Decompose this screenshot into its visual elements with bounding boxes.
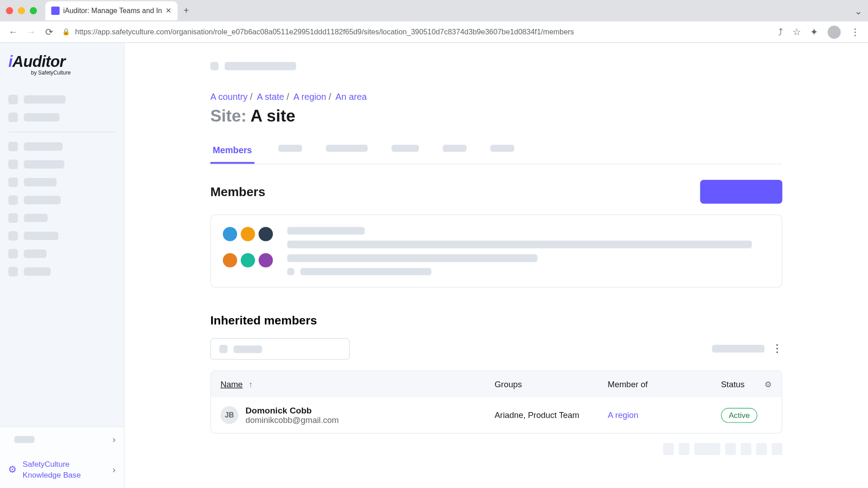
more-menu-icon[interactable]: ⋮ (772, 342, 783, 355)
col-status-header[interactable]: Status⚙ (721, 380, 772, 389)
member-of-link[interactable]: A region (608, 410, 638, 420)
tabs-menu-icon[interactable]: ⌄ (854, 5, 862, 16)
sidebar-item[interactable] (8, 213, 115, 223)
close-window-icon[interactable] (6, 7, 13, 14)
back-button[interactable]: ← (8, 27, 18, 38)
logo-subtitle: by SafetyCulture (31, 70, 116, 75)
members-heading: Members (210, 185, 265, 199)
avatar-icon (223, 253, 237, 267)
avatar-icon (241, 253, 255, 267)
close-tab-icon[interactable]: ✕ (165, 6, 171, 14)
filter-input[interactable] (210, 338, 349, 360)
avatar-icon (259, 253, 273, 267)
pager-button[interactable] (725, 443, 736, 455)
avatar-grid (223, 227, 273, 275)
tab-placeholder[interactable] (491, 145, 514, 152)
avatar-icon (241, 227, 255, 241)
pagination (210, 443, 782, 455)
tab-placeholder[interactable] (392, 145, 419, 152)
sidebar-item[interactable] (8, 160, 115, 169)
sidebar: iAuditor by SafetyCulture › ⚙ SafetyCult… (0, 43, 124, 488)
share-icon[interactable]: ⤴ (778, 27, 783, 38)
sidebar-item[interactable] (8, 113, 115, 122)
chevron-right-icon: › (113, 465, 116, 475)
user-name: Domonick Cobb (245, 406, 339, 415)
tab-members[interactable]: Members (210, 145, 254, 164)
tab-placeholder[interactable] (326, 145, 368, 152)
page-title: Site: A site (210, 107, 782, 126)
sidebar-bottom-item[interactable]: › (0, 427, 124, 452)
url-field[interactable]: 🔒 https://app.safetyculture.com/organisa… (62, 28, 770, 36)
bookmark-icon[interactable]: ☆ (793, 26, 801, 38)
chevron-right-icon: › (113, 434, 116, 445)
browser-menu-icon[interactable]: ⋮ (850, 26, 860, 38)
breadcrumb-region[interactable]: A region (293, 92, 326, 102)
breadcrumb-country[interactable]: A country (210, 92, 247, 102)
add-member-button[interactable] (700, 180, 783, 204)
sidebar-item[interactable] (8, 95, 115, 104)
sidebar-item[interactable] (8, 267, 115, 276)
col-groups-header[interactable]: Groups (495, 380, 608, 389)
inherited-members-table: Name↑ Groups Member of Status⚙ JB Domoni… (210, 371, 782, 434)
avatar-icon (259, 227, 273, 241)
kb-link-label: SafetyCulture Knowledge Base (23, 459, 106, 481)
col-memberof-header[interactable]: Member of (608, 380, 721, 389)
user-email: dominikcobb@gmail.com (245, 415, 339, 425)
url-text: https://app.safetyculture.com/organisati… (75, 28, 574, 36)
main-content: A country/ A state/ A region/ An area Si… (124, 43, 868, 488)
pager-button[interactable] (741, 443, 751, 455)
lock-icon: 🔒 (62, 28, 70, 36)
maximize-window-icon[interactable] (30, 7, 37, 14)
pager-button[interactable] (756, 443, 767, 455)
pager-button[interactable] (694, 443, 720, 455)
new-tab-button[interactable]: + (184, 5, 189, 16)
pager-button[interactable] (663, 443, 674, 455)
members-summary-card (210, 214, 782, 287)
gear-icon: ⚙ (8, 464, 16, 475)
sidebar-item[interactable] (8, 142, 115, 151)
favicon-icon (51, 6, 59, 14)
table-header: Name↑ Groups Member of Status⚙ (211, 371, 782, 397)
tab-placeholder[interactable] (443, 145, 467, 152)
profile-icon[interactable] (828, 25, 841, 38)
sort-asc-icon: ↑ (249, 380, 253, 389)
address-bar: ← → ⟳ 🔒 https://app.safetyculture.com/or… (0, 21, 868, 42)
minimize-window-icon[interactable] (18, 7, 25, 14)
inherited-heading: Inherited members (210, 314, 782, 328)
pager-button[interactable] (679, 443, 689, 455)
sidebar-item[interactable] (8, 231, 115, 240)
reload-button[interactable]: ⟳ (44, 26, 54, 38)
extensions-icon[interactable]: ✦ (810, 26, 818, 38)
table-settings-icon[interactable]: ⚙ (764, 380, 772, 389)
app-logo[interactable]: iAuditor (8, 52, 115, 71)
toolbar-placeholder (712, 344, 764, 352)
tab-title: iAuditor: Manage Teams and In (63, 6, 162, 14)
col-name-header[interactable]: Name↑ (221, 380, 495, 389)
browser-tab[interactable]: iAuditor: Manage Teams and In ✕ (45, 1, 177, 20)
avatar-initials: JB (221, 406, 239, 424)
sidebar-item[interactable] (8, 195, 115, 205)
avatar-icon (223, 227, 237, 241)
breadcrumb-state[interactable]: A state (257, 92, 284, 102)
window-controls (6, 7, 37, 14)
forward-button[interactable]: → (26, 27, 36, 38)
status-badge: Active (721, 408, 758, 422)
sidebar-item[interactable] (8, 178, 115, 187)
breadcrumb: A country/ A state/ A region/ An area (210, 92, 782, 102)
browser-tab-bar: iAuditor: Manage Teams and In ✕ + ⌄ (0, 0, 868, 21)
heading-placeholder (210, 62, 782, 70)
breadcrumb-area[interactable]: An area (335, 92, 367, 102)
sidebar-item[interactable] (8, 249, 115, 258)
user-groups: Ariadne, Product Team (495, 410, 608, 420)
table-row[interactable]: JB Domonick Cobb dominikcobb@gmail.com A… (211, 397, 782, 433)
pager-button[interactable] (772, 443, 783, 455)
sidebar-knowledge-base[interactable]: ⚙ SafetyCulture Knowledge Base › (0, 452, 124, 488)
tab-placeholder[interactable] (278, 145, 302, 152)
tabs: Members (210, 145, 782, 164)
